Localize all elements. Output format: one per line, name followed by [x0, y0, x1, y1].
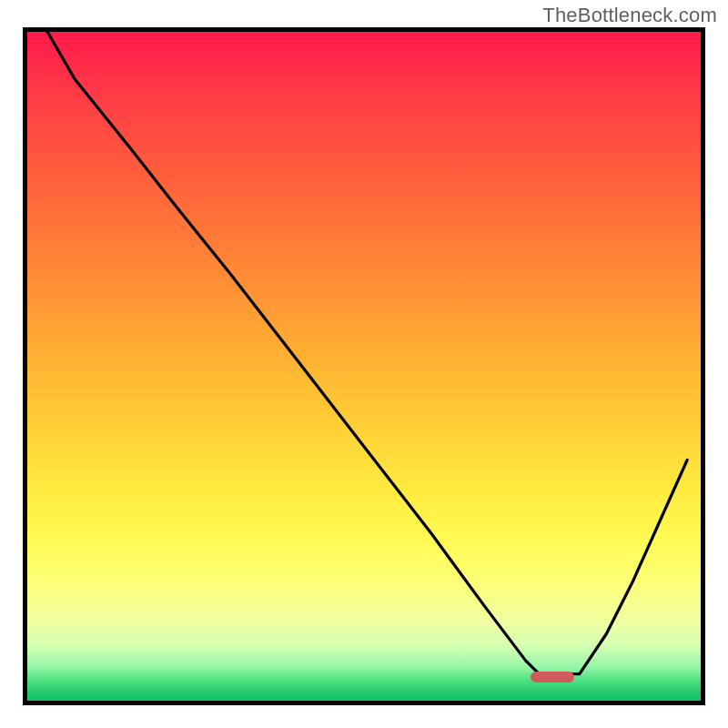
chart-container: TheBottleneck.com	[0, 0, 728, 728]
curve-layer	[27, 32, 701, 701]
optimal-marker	[531, 672, 574, 682]
watermark-text: TheBottleneck.com	[542, 4, 717, 27]
bottleneck-curve	[47, 32, 687, 674]
plot-frame	[23, 27, 705, 705]
